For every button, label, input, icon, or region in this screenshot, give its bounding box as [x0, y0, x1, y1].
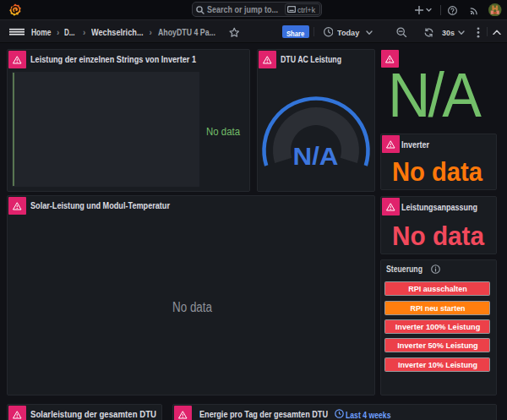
- svg-text:N/A: N/A: [293, 142, 339, 170]
